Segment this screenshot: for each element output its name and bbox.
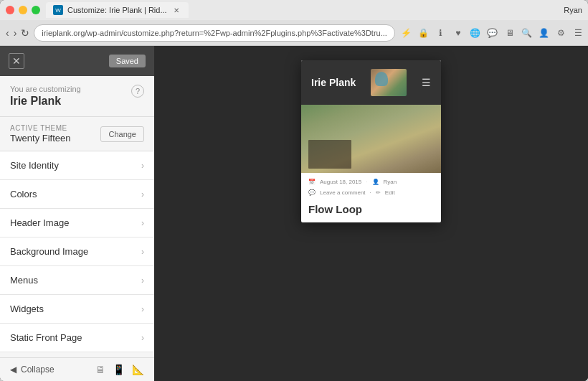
tab-favicon: W [53, 5, 63, 15]
nav-item-label: Widgets [10, 304, 44, 314]
wp-customizer-panel: ✕ Saved You are customizing Irie Plank ?… [0, 46, 154, 381]
browser-toolbar: ‹ › ↻ irieplank.org/wp-admin/customize.p… [0, 20, 588, 46]
search-icon[interactable]: 🔍 [520, 26, 534, 40]
chevron-right-icon: › [141, 276, 144, 286]
theme-name: Twenty Fifteen [10, 133, 71, 144]
preview-site-title: Irie Plank [311, 77, 356, 88]
browser-tab[interactable]: W Customize: Irie Plank | Rid... ✕ [46, 2, 189, 18]
footer-icons: 🖥 📱 📐 [95, 364, 144, 375]
forward-button[interactable]: › [14, 25, 17, 41]
gear-icon[interactable]: ⚙ [554, 26, 569, 40]
minimize-traffic-light[interactable] [19, 6, 27, 14]
nav-item-label: Header Image [10, 217, 69, 228]
nav-item-label: Site Identity [10, 160, 59, 171]
post-meta: 📅 August 18, 2015 · 👤 Ryan [301, 173, 441, 188]
info-icon[interactable]: ℹ [434, 26, 448, 40]
tablet-view-icon[interactable]: 📱 [113, 364, 125, 375]
nav-item-background-image[interactable]: Background Image › [0, 237, 154, 266]
user-icon[interactable]: 👤 [537, 26, 551, 40]
refresh-button[interactable]: ↻ [21, 25, 29, 41]
preview-area: Irie Plank ☰ 📅 August 18, 2015 · 👤 [154, 46, 588, 381]
site-preview: Irie Plank ☰ 📅 August 18, 2015 · 👤 [301, 60, 441, 222]
mobile-view-icon[interactable]: 📐 [132, 364, 144, 375]
window-user: Ryan [564, 6, 582, 14]
post-featured-image [301, 105, 441, 173]
site-preview-header: Irie Plank ☰ [301, 60, 441, 105]
customizer-close-button[interactable]: ✕ [9, 53, 24, 69]
post-title: Flow Loop [301, 200, 441, 222]
menu-icon[interactable]: ☰ [572, 26, 586, 40]
comment-label: Leave a comment [320, 189, 366, 196]
security-icon[interactable]: 🔒 [417, 26, 431, 40]
collapse-label: Collapse [21, 364, 54, 375]
chevron-right-icon: › [141, 333, 144, 343]
nav-item-widgets[interactable]: Widgets › [0, 295, 154, 324]
customizer-info: You are customizing Irie Plank ? [0, 76, 154, 117]
nav-item-label: Colors [10, 189, 37, 199]
author-icon: 👤 [372, 179, 379, 185]
screen-icon[interactable]: 🖥 [503, 26, 517, 40]
traffic-lights [6, 6, 40, 14]
tab-close-button[interactable]: ✕ [171, 5, 181, 15]
comment-icon: 💬 [308, 189, 316, 196]
chevron-right-icon: › [141, 189, 144, 199]
customizing-label: You are customizing [10, 85, 81, 93]
header-background [371, 69, 407, 96]
header-bird-decoration [375, 72, 388, 86]
customizer-nav-items: Site Identity › Colors › Header Image › … [0, 151, 154, 357]
theme-section: Active theme Twenty Fifteen Change [0, 117, 154, 151]
desktop-view-icon[interactable]: 🖥 [95, 364, 105, 375]
address-text: irieplank.org/wp-admin/customize.php?ret… [42, 29, 387, 37]
mac-window: W Customize: Irie Plank | Rid... ✕ Ryan … [0, 0, 588, 381]
chat-icon[interactable]: 💬 [485, 26, 500, 40]
browser-content: ✕ Saved You are customizing Irie Plank ?… [0, 46, 588, 381]
customizer-footer: ◀ Collapse 🖥 📱 📐 [0, 357, 154, 381]
chevron-right-icon: › [141, 247, 144, 257]
tab-bar: W Customize: Irie Plank | Rid... ✕ [46, 0, 582, 20]
back-button[interactable]: ‹ [6, 25, 9, 41]
toolbar-icons: ⚡ 🔒 ℹ ♥ 🌐 💬 🖥 🔍 👤 ⚙ ☰ [399, 26, 586, 40]
nav-item-static-front-page[interactable]: Static Front Page › [0, 324, 154, 352]
maximize-traffic-light[interactable] [32, 6, 40, 14]
customizer-header: ✕ Saved [0, 46, 154, 76]
chevron-right-icon: › [141, 218, 144, 228]
hamburger-menu-icon[interactable]: ☰ [422, 77, 431, 88]
help-icon[interactable]: ? [131, 85, 144, 98]
chevron-right-icon: › [141, 304, 144, 314]
nav-item-header-image[interactable]: Header Image › [0, 209, 154, 237]
meta-divider: · [366, 179, 367, 185]
change-theme-button[interactable]: Change [100, 126, 144, 142]
nav-item-label: Menus [10, 275, 38, 286]
edit-icon: ✏ [376, 189, 381, 196]
collapse-button[interactable]: ◀ Collapse [10, 364, 54, 375]
post-image-overlay [308, 140, 351, 169]
meta-divider: · [370, 189, 371, 196]
titlebar: W Customize: Irie Plank | Rid... ✕ Ryan [0, 0, 588, 20]
saved-badge: Saved [109, 55, 146, 67]
address-bar[interactable]: irieplank.org/wp-admin/customize.php?ret… [34, 24, 394, 42]
customizer-site-name: Irie Plank [10, 95, 81, 108]
edit-label: Edit [385, 189, 395, 196]
post-comment-meta: 💬 Leave a comment · ✏ Edit [301, 188, 441, 200]
wp-icon[interactable]: ⚡ [399, 26, 414, 40]
nav-item-label: Background Image [10, 246, 88, 257]
nav-item-menus[interactable]: Menus › [0, 266, 154, 295]
post-author: Ryan [384, 179, 397, 185]
collapse-icon: ◀ [10, 364, 16, 375]
tab-title: Customize: Irie Plank | Rid... [67, 6, 167, 14]
header-image [371, 69, 407, 96]
nav-item-site-identity[interactable]: Site Identity › [0, 151, 154, 180]
globe-icon[interactable]: 🌐 [468, 26, 483, 40]
theme-label: Active theme [10, 124, 71, 132]
calendar-icon: 📅 [308, 179, 316, 185]
nav-item-label: Static Front Page [10, 332, 82, 343]
post-date: August 18, 2015 [320, 179, 361, 185]
close-traffic-light[interactable] [6, 6, 14, 14]
bookmark-icon[interactable]: ♥ [451, 26, 465, 40]
chevron-right-icon: › [141, 161, 144, 171]
nav-item-colors[interactable]: Colors › [0, 180, 154, 209]
